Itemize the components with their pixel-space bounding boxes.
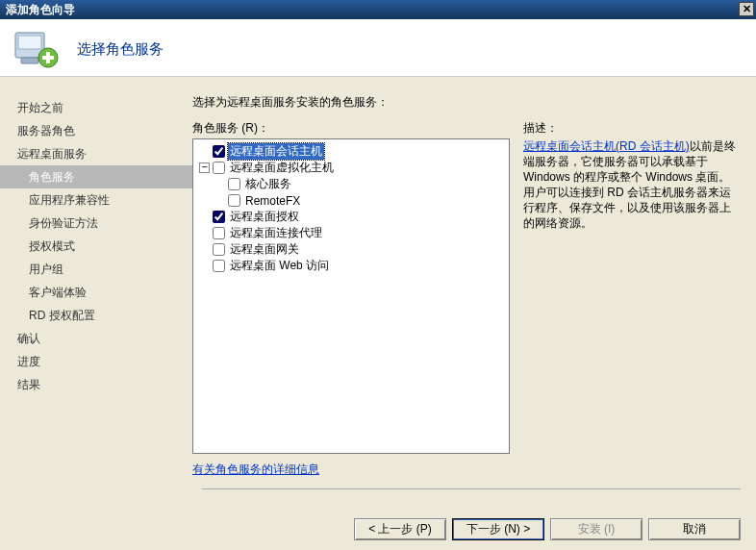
- expander-icon[interactable]: −: [199, 162, 210, 173]
- tree-checkbox-2[interactable]: [228, 178, 240, 190]
- tree-label-2[interactable]: 核心服务: [243, 176, 293, 192]
- tree-row-1[interactable]: −远程桌面虚拟化主机: [199, 160, 503, 176]
- nav-item-9[interactable]: RD 授权配置: [0, 304, 192, 327]
- wizard-nav: 开始之前服务器角色远程桌面服务角色服务应用程序兼容性身份验证方法授权模式用户组客…: [0, 77, 192, 500]
- tree-label-0[interactable]: 远程桌面会话主机: [228, 143, 324, 160]
- instruction-text: 选择为远程桌面服务安装的角色服务：: [192, 94, 739, 111]
- window-title: 添加角色向导: [6, 3, 75, 16]
- tree-row-5[interactable]: 远程桌面连接代理: [199, 225, 503, 241]
- separator: [202, 488, 741, 489]
- page-title: 选择角色服务: [77, 40, 164, 59]
- title-bar: 添加角色向导 ✕: [0, 0, 756, 19]
- tree-row-0[interactable]: 远程桌面会话主机: [199, 143, 503, 160]
- tree-checkbox-7[interactable]: [213, 260, 225, 272]
- tree-label-5[interactable]: 远程桌面连接代理: [228, 225, 324, 241]
- tree-label-1[interactable]: 远程桌面虚拟化主机: [228, 160, 336, 176]
- tree-label-4[interactable]: 远程桌面授权: [228, 209, 301, 225]
- nav-item-5[interactable]: 身份验证方法: [0, 212, 192, 235]
- svg-rect-5: [42, 56, 54, 60]
- wizard-buttons: < 上一步 (P) 下一步 (N) > 安装 (I) 取消: [354, 518, 741, 540]
- tree-label-7[interactable]: 远程桌面 Web 访问: [228, 258, 331, 274]
- nav-item-4[interactable]: 应用程序兼容性: [0, 188, 192, 212]
- wizard-header: 选择角色服务: [0, 19, 756, 77]
- description-panel: 远程桌面会话主机(RD 会话主机)以前是终端服务器，它使服务器可以承载基于 Wi…: [510, 138, 739, 454]
- description-link[interactable]: 远程桌面会话主机(RD 会话主机): [523, 139, 690, 153]
- prev-button[interactable]: < 上一步 (P): [354, 518, 446, 540]
- services-label: 角色服务 (R)：: [192, 120, 523, 137]
- description-label: 描述：: [523, 120, 739, 137]
- tree-row-7[interactable]: 远程桌面 Web 访问: [199, 258, 503, 274]
- tree-checkbox-0[interactable]: [213, 145, 225, 158]
- nav-item-7[interactable]: 用户组: [0, 258, 192, 281]
- tree-row-3[interactable]: RemoteFX: [199, 192, 503, 209]
- nav-item-1[interactable]: 服务器角色: [0, 119, 192, 142]
- cancel-button[interactable]: 取消: [648, 518, 741, 540]
- more-info-link[interactable]: 有关角色服务的详细信息: [192, 462, 319, 476]
- next-button[interactable]: 下一步 (N) >: [452, 518, 544, 540]
- tree-checkbox-4[interactable]: [213, 211, 225, 223]
- tree-row-4[interactable]: 远程桌面授权: [199, 209, 503, 225]
- svg-rect-1: [18, 36, 41, 49]
- nav-item-10[interactable]: 确认: [0, 327, 192, 350]
- nav-item-6[interactable]: 授权模式: [0, 235, 192, 258]
- close-button[interactable]: ✕: [739, 2, 754, 16]
- nav-item-0[interactable]: 开始之前: [0, 96, 192, 119]
- svg-rect-2: [21, 58, 38, 63]
- install-button[interactable]: 安装 (I): [550, 518, 643, 540]
- tree-label-3[interactable]: RemoteFX: [243, 194, 302, 208]
- nav-item-12[interactable]: 结果: [0, 373, 192, 396]
- tree-checkbox-1[interactable]: [213, 162, 225, 174]
- tree-checkbox-5[interactable]: [213, 227, 225, 239]
- tree-checkbox-3[interactable]: [228, 194, 240, 207]
- role-services-tree[interactable]: 远程桌面会话主机−远程桌面虚拟化主机核心服务RemoteFX远程桌面授权远程桌面…: [192, 138, 510, 454]
- tree-checkbox-6[interactable]: [213, 243, 225, 256]
- tree-label-6[interactable]: 远程桌面网关: [228, 241, 301, 258]
- tree-row-6[interactable]: 远程桌面网关: [199, 241, 503, 258]
- nav-item-2[interactable]: 远程桌面服务: [0, 142, 192, 165]
- wizard-icon: [13, 29, 60, 74]
- nav-item-3[interactable]: 角色服务: [0, 165, 192, 188]
- description-body: 以前是终端服务器，它使服务器可以承载基于 Windows 的程序或整个 Wind…: [523, 139, 736, 230]
- tree-row-2[interactable]: 核心服务: [199, 176, 503, 192]
- nav-item-8[interactable]: 客户端体验: [0, 281, 192, 304]
- nav-item-11[interactable]: 进度: [0, 350, 192, 373]
